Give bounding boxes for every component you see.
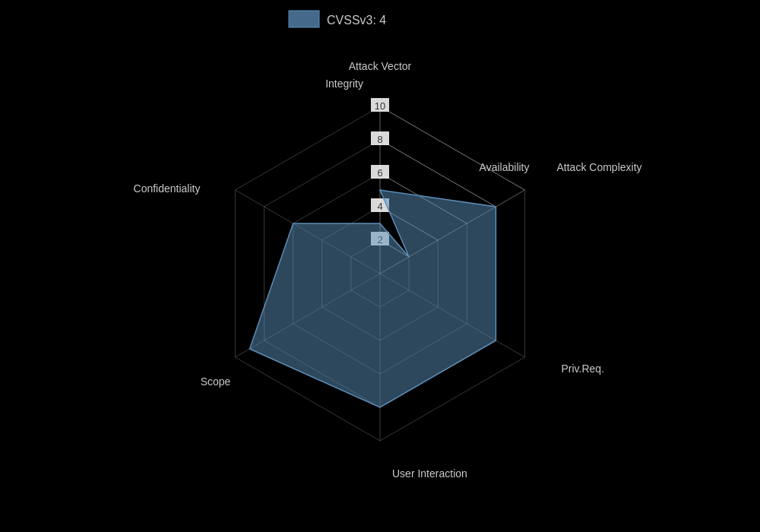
svg-rect-32 — [289, 11, 319, 27]
svg-marker-23 — [250, 190, 496, 407]
svg-text:6: 6 — [377, 167, 382, 179]
svg-text:Scope: Scope — [201, 375, 231, 388]
svg-text:8: 8 — [377, 134, 382, 145]
svg-text:10: 10 — [375, 100, 385, 112]
svg-text:Integrity: Integrity — [325, 78, 363, 90]
radar-chart: 246810Attack VectorAttack ComplexityPriv… — [0, 0, 760, 532]
svg-text:Confidentiality: Confidentiality — [134, 182, 201, 195]
svg-text:User Interaction: User Interaction — [392, 467, 467, 480]
svg-text:Priv.Req.: Priv.Req. — [562, 363, 605, 375]
svg-text:Attack Vector: Attack Vector — [349, 60, 412, 72]
svg-text:4: 4 — [377, 201, 382, 212]
chart-container: 246810Attack VectorAttack ComplexityPriv… — [0, 0, 760, 532]
svg-text:Attack Complexity: Attack Complexity — [557, 161, 642, 173]
svg-text:Availability: Availability — [480, 161, 530, 173]
svg-text:CVSSv3: 4: CVSSv3: 4 — [327, 14, 386, 27]
